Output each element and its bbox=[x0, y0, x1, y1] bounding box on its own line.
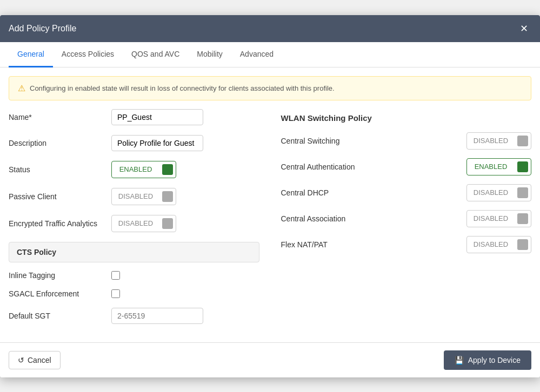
central-authentication-label: Central Authentication bbox=[281, 163, 467, 171]
eta-switch bbox=[159, 215, 176, 232]
tab-advanced[interactable]: Advanced bbox=[231, 42, 282, 67]
eta-label: Encrypted Traffic Analytics bbox=[9, 219, 111, 228]
eta-row: Encrypted Traffic Analytics DISABLED bbox=[9, 215, 259, 232]
passive-client-row: Passive Client DISABLED bbox=[9, 188, 259, 205]
warning-banner: ⚠ Configuring in enabled state will resu… bbox=[9, 76, 531, 100]
passive-client-toggle-label: DISABLED bbox=[112, 190, 159, 203]
status-row: Status ENABLED bbox=[9, 161, 259, 178]
tab-access-policies[interactable]: Access Policies bbox=[53, 42, 123, 67]
central-dhcp-toggle-label: DISABLED bbox=[467, 186, 515, 199]
central-dhcp-label: Central DHCP bbox=[281, 188, 467, 197]
save-icon: 💾 bbox=[455, 356, 464, 364]
tab-qos-avc[interactable]: QOS and AVC bbox=[123, 42, 188, 67]
cancel-button[interactable]: ↺ Cancel bbox=[9, 351, 61, 369]
name-label: Name* bbox=[9, 113, 111, 121]
sgacl-label: SGACL Enforcement bbox=[9, 289, 111, 298]
modal-footer: ↺ Cancel 💾 Apply to Device bbox=[0, 342, 540, 377]
description-label: Description bbox=[9, 139, 111, 147]
status-toggle[interactable]: ENABLED bbox=[111, 161, 176, 178]
apply-to-device-button[interactable]: 💾 Apply to Device bbox=[444, 350, 531, 370]
close-button[interactable]: ✕ bbox=[517, 22, 531, 36]
tab-general[interactable]: General bbox=[9, 42, 53, 67]
eta-toggle-label: DISABLED bbox=[112, 217, 159, 230]
modal-title: Add Policy Profile bbox=[9, 24, 76, 33]
central-dhcp-switch bbox=[515, 185, 531, 201]
central-association-label: Central Association bbox=[281, 214, 467, 223]
default-sgt-label: Default SGT bbox=[9, 312, 111, 320]
central-association-switch bbox=[515, 211, 531, 227]
tab-mobility[interactable]: Mobility bbox=[188, 42, 231, 67]
inline-tagging-checkbox[interactable] bbox=[111, 271, 120, 280]
warning-text: Configuring in enabled state will result… bbox=[30, 84, 335, 92]
passive-client-label: Passive Client bbox=[9, 192, 111, 201]
apply-label: Apply to Device bbox=[468, 356, 521, 364]
sgacl-row: SGACL Enforcement bbox=[9, 289, 259, 298]
passive-client-toggle[interactable]: DISABLED bbox=[111, 188, 176, 205]
form-right: WLAN Switching Policy Central Switching … bbox=[281, 109, 532, 334]
central-authentication-toggle[interactable]: ENABLED bbox=[466, 158, 531, 175]
warning-icon: ⚠ bbox=[18, 83, 25, 93]
wlan-title: WLAN Switching Policy bbox=[281, 113, 532, 123]
central-authentication-toggle-label: ENABLED bbox=[467, 160, 515, 173]
inline-tagging-row: Inline Tagging bbox=[9, 271, 259, 280]
description-input[interactable] bbox=[111, 135, 203, 151]
cancel-label: Cancel bbox=[28, 356, 51, 364]
cancel-icon: ↺ bbox=[18, 356, 24, 364]
eta-switch-box bbox=[162, 218, 173, 229]
central-switching-label: Central Switching bbox=[281, 137, 467, 145]
default-sgt-row: Default SGT bbox=[9, 308, 259, 324]
modal-header: Add Policy Profile ✕ bbox=[0, 15, 540, 42]
form-left: Name* Description Status ENABLED bbox=[9, 109, 259, 334]
cts-policy-section: CTS Policy bbox=[9, 242, 259, 262]
description-row: Description bbox=[9, 135, 259, 151]
flex-nat-pat-switch bbox=[515, 236, 531, 253]
central-switching-switch bbox=[515, 133, 531, 149]
status-toggle-label: ENABLED bbox=[112, 163, 159, 176]
flex-nat-pat-toggle-label: DISABLED bbox=[467, 238, 515, 251]
central-association-toggle[interactable]: DISABLED bbox=[466, 210, 531, 227]
default-sgt-input[interactable] bbox=[111, 308, 203, 324]
form-body: Name* Description Status ENABLED bbox=[0, 109, 540, 342]
central-dhcp-row: Central DHCP DISABLED bbox=[281, 184, 532, 201]
eta-toggle[interactable]: DISABLED bbox=[111, 215, 176, 232]
status-toggle-switch bbox=[159, 161, 176, 178]
status-switch-box bbox=[162, 164, 173, 175]
cts-policy-title: CTS Policy bbox=[17, 248, 56, 256]
inline-tagging-label: Inline Tagging bbox=[9, 271, 111, 280]
modal-container: Add Policy Profile ✕ General Access Poli… bbox=[0, 15, 540, 377]
flex-nat-pat-row: Flex NAT/PAT DISABLED bbox=[281, 236, 532, 253]
central-switching-row: Central Switching DISABLED bbox=[281, 132, 532, 150]
passive-client-switch bbox=[159, 188, 176, 205]
central-switching-toggle[interactable]: DISABLED bbox=[466, 132, 531, 150]
status-label: Status bbox=[9, 165, 111, 174]
central-switching-toggle-label: DISABLED bbox=[467, 134, 515, 147]
tab-bar: General Access Policies QOS and AVC Mobi… bbox=[0, 42, 540, 67]
name-input[interactable] bbox=[111, 109, 203, 125]
central-authentication-switch bbox=[515, 159, 531, 175]
flex-nat-pat-label: Flex NAT/PAT bbox=[281, 240, 467, 249]
sgacl-checkbox[interactable] bbox=[111, 289, 120, 298]
passive-client-switch-box bbox=[162, 191, 173, 202]
central-association-toggle-label: DISABLED bbox=[467, 212, 515, 225]
name-row: Name* bbox=[9, 109, 259, 125]
central-association-row: Central Association DISABLED bbox=[281, 210, 532, 227]
central-dhcp-toggle[interactable]: DISABLED bbox=[466, 184, 531, 201]
central-authentication-row: Central Authentication ENABLED bbox=[281, 158, 532, 175]
flex-nat-pat-toggle[interactable]: DISABLED bbox=[466, 236, 531, 253]
